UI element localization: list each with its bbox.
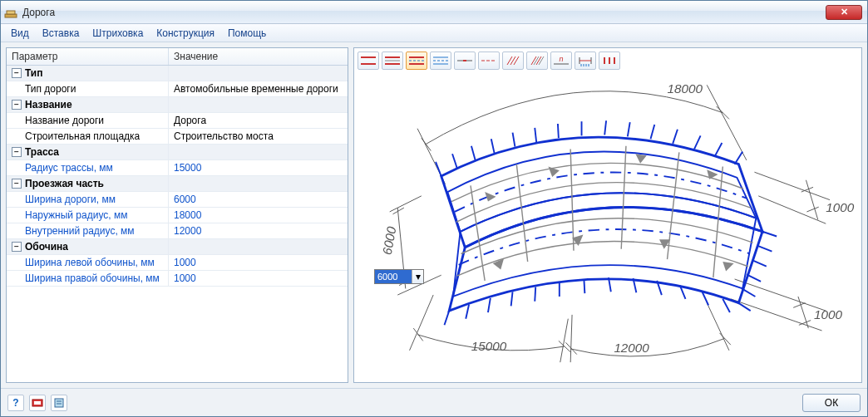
svg-marker-68 <box>485 192 496 201</box>
svg-line-94 <box>747 274 761 282</box>
header-param[interactable]: Параметр <box>7 48 169 65</box>
tool-dim-1[interactable] <box>575 52 596 70</box>
svg-marker-75 <box>723 262 733 271</box>
svg-line-109 <box>723 299 730 312</box>
svg-line-56 <box>719 333 730 345</box>
svg-line-77 <box>452 154 457 168</box>
property-row[interactable]: Тип дорогиАвтомобильные временные дороги <box>7 81 348 97</box>
tool-style-2[interactable] <box>382 52 403 70</box>
tool-style-4[interactable] <box>430 52 451 70</box>
app-icon <box>4 6 17 19</box>
property-row[interactable]: Радиус трассы, мм15000 <box>7 160 348 176</box>
svg-line-86 <box>651 125 655 139</box>
svg-line-99 <box>488 298 491 312</box>
collapse-icon[interactable]: − <box>12 179 22 189</box>
group-row[interactable]: −Тип <box>7 66 348 81</box>
property-row[interactable]: Ширина левой обочины, мм1000 <box>7 255 348 271</box>
tool-style-3[interactable] <box>406 52 427 70</box>
group-row[interactable]: −Название <box>7 97 348 113</box>
menu-help[interactable]: Помощь <box>221 26 273 41</box>
param-value[interactable]: 18000 <box>169 208 348 223</box>
property-row[interactable]: Внутренний радиус, мм12000 <box>7 223 348 239</box>
property-row[interactable]: Строительная площадкаСтроительство моста <box>7 129 348 145</box>
param-name: Наружный радиус, мм <box>25 209 127 221</box>
tool-hatch-1[interactable] <box>502 52 524 70</box>
collapse-icon[interactable]: − <box>12 242 22 252</box>
param-value[interactable]: Автомобильные временные дороги <box>169 81 348 96</box>
dropdown-arrow-icon[interactable]: ▾ <box>412 270 423 283</box>
group-row[interactable]: −Трасса <box>7 145 348 160</box>
menu-hatch[interactable]: Штриховка <box>86 26 150 41</box>
svg-line-54 <box>707 303 729 351</box>
property-row[interactable]: Ширина правой обочины, мм1000 <box>7 271 348 287</box>
menu-view[interactable]: Вид <box>4 26 36 41</box>
param-value[interactable]: 15000 <box>169 160 348 175</box>
svg-line-78 <box>471 146 476 160</box>
svg-line-100 <box>511 292 513 306</box>
menu-construction[interactable]: Конструкция <box>150 26 221 41</box>
param-value[interactable]: 12000 <box>169 223 348 238</box>
ok-button[interactable]: ОК <box>802 394 861 412</box>
dialog-window: Дорога ✕ Вид Вставка Штриховка Конструкц… <box>0 0 868 417</box>
svg-line-89 <box>715 143 723 156</box>
layer-icon <box>32 397 43 409</box>
group-row[interactable]: −Обочина <box>7 239 348 255</box>
svg-line-36 <box>707 85 747 160</box>
collapse-icon[interactable]: − <box>12 100 22 110</box>
param-value[interactable]: Строительство моста <box>169 129 348 144</box>
property-row[interactable]: Название дорогиДорога <box>7 113 348 129</box>
param-value[interactable]: 1000 <box>169 255 348 270</box>
dimension-edit-value[interactable]: 6000 <box>375 270 412 283</box>
svg-text:n: n <box>559 55 563 63</box>
svg-line-53 <box>570 315 572 362</box>
svg-line-43 <box>806 207 818 212</box>
param-name: Строительная площадка <box>25 130 140 142</box>
svg-line-101 <box>535 287 535 302</box>
grid-header: Параметр Значение <box>7 48 348 66</box>
header-value[interactable]: Значение <box>169 48 348 65</box>
tool-style-6[interactable] <box>478 52 500 70</box>
svg-line-49 <box>410 295 434 351</box>
preview-area[interactable]: 18000 1000 <box>354 73 861 382</box>
collapse-icon[interactable]: − <box>12 68 22 78</box>
property-row[interactable]: Наружный радиус, мм18000 <box>7 208 348 223</box>
svg-line-38 <box>717 106 729 119</box>
footer: ? ОК <box>1 388 867 416</box>
close-button[interactable]: ✕ <box>826 5 862 20</box>
property-row[interactable]: Ширина дороги, мм6000 <box>7 192 348 208</box>
tool-dim-2[interactable] <box>599 52 620 70</box>
param-value[interactable]: 1000 <box>169 271 348 286</box>
titlebar[interactable]: Дорога ✕ <box>1 1 867 24</box>
road-preview-svg: 18000 1000 <box>354 73 861 382</box>
param-name: Ширина дороги, мм <box>25 194 116 205</box>
dim-top: 18000 <box>668 81 703 96</box>
grid-body: −ТипТип дорогиАвтомобильные временные до… <box>7 66 348 382</box>
svg-line-93 <box>752 260 767 267</box>
note-button[interactable] <box>51 395 67 411</box>
dimension-edit-dropdown[interactable]: 6000 ▾ <box>374 269 424 284</box>
tool-annot[interactable]: n <box>550 52 572 70</box>
svg-line-39 <box>754 172 830 199</box>
collapse-icon[interactable]: − <box>12 147 22 157</box>
svg-line-19 <box>531 56 536 65</box>
svg-line-87 <box>673 130 678 144</box>
menu-insert[interactable]: Вставка <box>36 26 86 41</box>
svg-line-62 <box>471 185 485 280</box>
group-label: Тип <box>25 67 43 79</box>
svg-line-76 <box>436 162 441 176</box>
svg-line-92 <box>757 246 772 252</box>
help-button[interactable]: ? <box>7 395 24 411</box>
group-row[interactable]: −Проезжая часть <box>7 176 348 192</box>
svg-line-88 <box>694 135 701 149</box>
param-value[interactable]: 6000 <box>169 192 348 207</box>
svg-line-95 <box>742 288 755 297</box>
tool-style-5[interactable] <box>454 52 476 70</box>
svg-line-57 <box>390 196 422 212</box>
close-icon: ✕ <box>841 7 848 17</box>
param-value[interactable]: Дорога <box>169 113 348 128</box>
tool-hatch-2[interactable] <box>526 52 548 70</box>
svg-line-82 <box>558 124 559 138</box>
tool-style-1[interactable] <box>358 52 379 70</box>
layer-button[interactable] <box>29 395 46 411</box>
dim-left: 6000 <box>380 225 399 256</box>
